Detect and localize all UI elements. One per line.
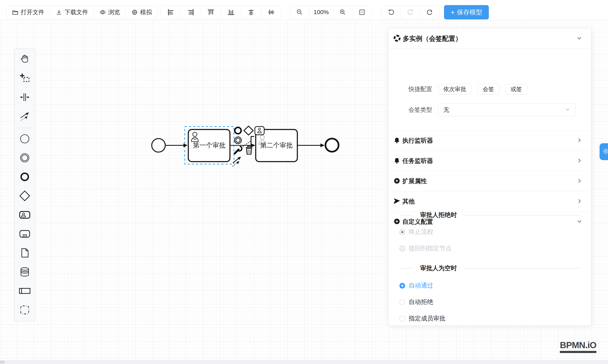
radio-icon[interactable]: [399, 229, 405, 235]
user-task-icon: [19, 209, 31, 221]
start-event-icon: [19, 133, 30, 145]
create-intermediate-event[interactable]: [15, 149, 34, 168]
select-chevron-down-icon: [565, 107, 570, 113]
divider-line: [465, 268, 580, 269]
chevron-right-icon: [577, 198, 582, 205]
align-top-button[interactable]: [201, 6, 221, 19]
align-right-button[interactable]: [181, 6, 201, 19]
create-user-task[interactable]: [15, 206, 34, 225]
hand-tool[interactable]: [15, 50, 34, 69]
align-left-button[interactable]: [161, 6, 181, 19]
horizontal-scrollbar[interactable]: [0, 360, 608, 364]
create-group[interactable]: [15, 301, 34, 320]
radio-auto-reject[interactable]: 自动拒绝: [399, 298, 433, 306]
radio-icon[interactable]: [399, 283, 405, 289]
or-sign-button[interactable]: 或签: [505, 84, 527, 94]
simulate-label: 模拟: [140, 8, 152, 16]
radio-auto-pass[interactable]: 自动通过: [399, 281, 433, 290]
radio-assign-member[interactable]: 指定成员审批: [399, 314, 446, 323]
panel-title: 多实例（会签配置）: [403, 34, 462, 43]
intermediate-event-icon: [19, 152, 30, 164]
hand-tool-icon: [19, 54, 30, 65]
sign-type-label: 会签类型: [389, 106, 432, 114]
sequential-approval-button[interactable]: 依次审批: [438, 84, 472, 94]
chevron-right-icon: [577, 158, 582, 164]
radio-icon[interactable]: [399, 316, 405, 322]
subprocess-icon: [19, 228, 31, 241]
sign-type-select[interactable]: 无: [438, 103, 575, 117]
sign-type-row: 会签类型 无: [389, 103, 591, 117]
global-connect-tool[interactable]: [15, 107, 34, 126]
lasso-tool[interactable]: [15, 69, 34, 88]
radio-label: 自动拒绝: [409, 298, 433, 306]
gateway-icon: [19, 190, 31, 203]
zoom-toolbar-group: 100%: [290, 5, 372, 19]
bell-icon: [394, 157, 400, 165]
radio-label: 自动通过: [409, 281, 433, 290]
create-participant[interactable]: [15, 282, 34, 301]
reject-group-divider: 审批人拒绝时: [389, 211, 591, 219]
refresh-button[interactable]: [420, 6, 439, 19]
create-gateway[interactable]: [15, 187, 34, 206]
align-middle-button[interactable]: [261, 6, 281, 19]
divider-line: [465, 215, 580, 215]
radio-return-to-node[interactable]: 驳回到指定节点: [399, 244, 452, 253]
align-bottom-button[interactable]: [221, 6, 241, 19]
lasso-tool-icon: [19, 73, 30, 85]
create-data-store[interactable]: [15, 263, 34, 282]
create-start-event[interactable]: [15, 130, 34, 149]
simulate-button[interactable]: 模拟: [126, 6, 158, 19]
chevron-right-icon: [577, 178, 582, 184]
zoom-out-button[interactable]: [290, 6, 309, 19]
zoom-in-button[interactable]: [333, 6, 353, 19]
section-execution-listener[interactable]: 执行监听器: [389, 130, 591, 151]
chevron-down-icon[interactable]: [576, 35, 582, 42]
radio-icon[interactable]: [399, 246, 405, 251]
download-file-button[interactable]: 下载文件: [50, 6, 94, 19]
chevron-down-icon: [577, 219, 582, 225]
open-file-button[interactable]: 打开文件: [6, 6, 50, 19]
panel-header[interactable]: 多实例（会签配置）: [389, 29, 591, 49]
section-label: 扩展属性: [402, 177, 427, 185]
fit-viewport-button[interactable]: [353, 6, 371, 19]
create-subprocess[interactable]: [15, 225, 34, 244]
align-center-button[interactable]: [241, 6, 261, 19]
fit-viewport-icon: [358, 9, 366, 16]
section-extended-attributes[interactable]: 扩展属性: [389, 171, 591, 191]
zoom-level-value: 100%: [314, 9, 329, 16]
multi-instance-icon: [394, 35, 401, 43]
preview-button[interactable]: 浏览: [94, 6, 126, 19]
bpmn-io-logo[interactable]: BPMN.iO: [560, 340, 596, 353]
redo-icon: [407, 9, 414, 16]
empty-group-divider: 审批人为空时: [389, 264, 591, 273]
bpmn-io-logo-underline: [560, 351, 596, 353]
history-toolbar-group: [382, 5, 439, 19]
download-file-label: 下载文件: [65, 8, 88, 16]
radio-terminate-process[interactable]: 终止流程: [399, 228, 433, 236]
quick-config-row: 快捷配置 依次审批 会签 或签: [389, 83, 591, 95]
align-top-icon: [207, 9, 214, 16]
zoom-in-icon: [339, 9, 346, 16]
save-model-label: 保存模型: [457, 8, 482, 17]
create-end-event[interactable]: [15, 168, 34, 187]
undo-button[interactable]: [382, 6, 401, 19]
space-tool[interactable]: [15, 88, 34, 107]
radio-icon[interactable]: [399, 299, 405, 305]
countersign-button[interactable]: 会签: [477, 84, 499, 94]
section-other[interactable]: 其他: [389, 191, 591, 212]
settings-tab[interactable]: [600, 143, 608, 160]
create-data-object[interactable]: [15, 244, 34, 263]
align-middle-vertical-icon: [267, 9, 275, 16]
divider-line: [400, 215, 412, 215]
sign-type-value: 无: [443, 106, 565, 114]
scrollbar-thumb[interactable]: [0, 361, 5, 364]
eye-icon: [99, 9, 106, 16]
empty-group-title: 审批人为空时: [420, 264, 457, 273]
group-icon: [19, 304, 30, 316]
redo-button[interactable]: [401, 6, 420, 19]
section-task-listener[interactable]: 任务监听器: [389, 151, 591, 171]
gear-icon: [602, 147, 608, 156]
chevron-right-icon: [577, 138, 582, 144]
save-model-button[interactable]: + 保存模型: [444, 5, 489, 19]
end-event-icon: [19, 171, 30, 183]
